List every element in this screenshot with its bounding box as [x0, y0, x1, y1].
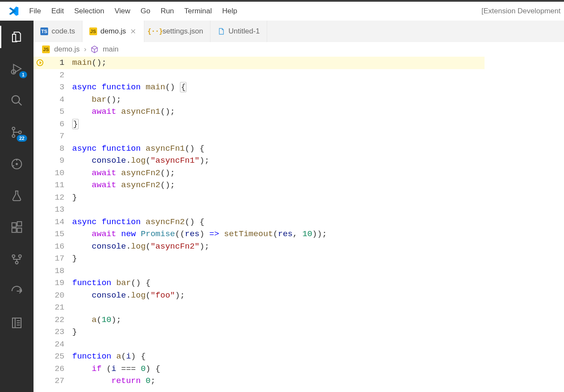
line-number[interactable]: 23 — [46, 326, 72, 338]
line-number[interactable]: 9 — [46, 155, 72, 167]
line-number[interactable]: 16 — [46, 240, 72, 253]
code-line[interactable]: } — [72, 326, 564, 338]
tab-untitled-1[interactable]: Untitled-1 — [210, 21, 267, 42]
send-icon[interactable] — [8, 283, 25, 300]
tab-demo-js[interactable]: JSdemo.js — [82, 21, 145, 42]
glyph-margin[interactable] — [34, 69, 46, 82]
glyph-margin[interactable] — [34, 155, 46, 167]
code-line[interactable]: function a(i) { — [72, 350, 564, 363]
glyph-margin[interactable] — [34, 363, 46, 375]
glyph-margin[interactable] — [34, 228, 46, 240]
line-number[interactable]: 10 — [46, 167, 72, 179]
line-number[interactable]: 19 — [46, 277, 72, 289]
code-line[interactable]: await new Promise((res) => setTimeout(re… — [72, 228, 564, 240]
line-number[interactable]: 5 — [46, 106, 72, 118]
code-line[interactable]: if (i === 0) { — [72, 363, 564, 375]
code-line[interactable]: a(10); — [72, 314, 564, 326]
code-line[interactable]: console.log("asyncFn1"); — [72, 155, 564, 167]
git-graph-icon[interactable] — [8, 251, 25, 268]
glyph-margin[interactable] — [34, 350, 46, 363]
code-line[interactable] — [72, 338, 564, 351]
code-line[interactable]: function bar() { — [72, 277, 564, 289]
code-line[interactable]: } — [72, 118, 564, 131]
glyph-margin[interactable] — [34, 81, 46, 94]
line-number[interactable]: 2 — [46, 69, 72, 82]
glyph-margin[interactable] — [34, 338, 46, 351]
search-icon[interactable] — [8, 92, 25, 109]
line-number[interactable]: 4 — [46, 94, 72, 106]
line-number[interactable]: 8 — [46, 143, 72, 155]
glyph-margin[interactable] — [34, 106, 46, 118]
code-line[interactable]: bar(); — [72, 94, 564, 106]
explorer-icon[interactable] — [8, 28, 25, 46]
code-line[interactable]: } — [72, 191, 564, 204]
glyph-margin[interactable] — [34, 118, 46, 131]
line-number[interactable]: 13 — [46, 204, 72, 216]
glyph-margin[interactable] — [34, 179, 46, 191]
glyph-margin[interactable] — [34, 240, 46, 253]
code-line[interactable]: await asyncFn2(); — [72, 167, 564, 179]
glyph-margin[interactable] — [34, 130, 46, 143]
code-line[interactable]: } — [72, 252, 564, 265]
glyph-margin[interactable] — [34, 252, 46, 265]
notes-icon[interactable] — [8, 314, 25, 331]
line-number[interactable]: 7 — [46, 130, 72, 143]
code-line[interactable]: async function asyncFn2() { — [72, 216, 564, 228]
source-control-icon[interactable]: 22 — [8, 124, 25, 141]
glyph-margin[interactable] — [34, 277, 46, 289]
line-number[interactable]: 15 — [46, 228, 72, 240]
code-line[interactable]: await asyncFn1(); — [72, 106, 564, 118]
menu-view[interactable]: View — [110, 7, 136, 15]
line-number[interactable]: 17 — [46, 252, 72, 265]
glyph-margin[interactable] — [34, 143, 46, 155]
code-line[interactable]: return 0; — [72, 375, 564, 387]
line-number[interactable]: 24 — [46, 338, 72, 351]
line-number[interactable]: 11 — [46, 179, 72, 191]
glyph-margin[interactable] — [34, 326, 46, 338]
code-line[interactable]: main(); — [72, 57, 564, 69]
glyph-margin[interactable] — [34, 216, 46, 228]
glyph-margin[interactable] — [34, 57, 46, 69]
run-debug-icon[interactable]: 1 — [8, 60, 25, 77]
line-number[interactable]: 1 — [46, 57, 72, 69]
code-line[interactable] — [72, 204, 564, 216]
glyph-margin[interactable] — [34, 167, 46, 179]
glyph-margin[interactable] — [34, 265, 46, 277]
line-number[interactable]: 12 — [46, 191, 72, 204]
glyph-margin[interactable] — [34, 301, 46, 314]
line-number[interactable]: 3 — [46, 81, 72, 94]
menu-go[interactable]: Go — [135, 7, 155, 15]
line-number[interactable]: 14 — [46, 216, 72, 228]
close-icon[interactable] — [129, 27, 137, 35]
line-number[interactable]: 26 — [46, 363, 72, 375]
code-line[interactable]: async function main() { — [72, 81, 564, 94]
glyph-margin[interactable] — [34, 289, 46, 302]
menu-help[interactable]: Help — [217, 7, 242, 15]
code-editor[interactable]: 1main();23async function main() {4 bar()… — [34, 57, 564, 392]
tab-code-ts[interactable]: TScode.ts — [34, 21, 82, 42]
code-line[interactable]: await asyncFn2(); — [72, 179, 564, 191]
line-number[interactable]: 21 — [46, 301, 72, 314]
breadcrumb[interactable]: JS demo.js › main — [34, 42, 564, 57]
testing-icon[interactable] — [8, 187, 25, 204]
glyph-margin[interactable] — [34, 204, 46, 216]
line-number[interactable]: 27 — [46, 375, 72, 387]
line-number[interactable]: 25 — [46, 350, 72, 363]
glyph-margin[interactable] — [34, 94, 46, 106]
glyph-margin[interactable] — [34, 191, 46, 204]
menu-selection[interactable]: Selection — [69, 7, 110, 15]
code-line[interactable]: async function asyncFn1() { — [72, 143, 564, 155]
menu-edit[interactable]: Edit — [46, 7, 69, 15]
tab-settings-json[interactable]: {··}settings.json — [144, 21, 210, 42]
line-number[interactable]: 22 — [46, 314, 72, 326]
code-line[interactable] — [72, 265, 564, 277]
code-line[interactable] — [72, 69, 564, 82]
timeline-icon[interactable] — [8, 155, 25, 173]
code-line[interactable]: console.log("foo"); — [72, 289, 564, 302]
glyph-margin[interactable] — [34, 375, 46, 387]
menu-run[interactable]: Run — [155, 7, 179, 15]
glyph-margin[interactable] — [34, 314, 46, 326]
line-number[interactable]: 6 — [46, 118, 72, 131]
line-number[interactable]: 18 — [46, 265, 72, 277]
line-number[interactable]: 20 — [46, 289, 72, 302]
